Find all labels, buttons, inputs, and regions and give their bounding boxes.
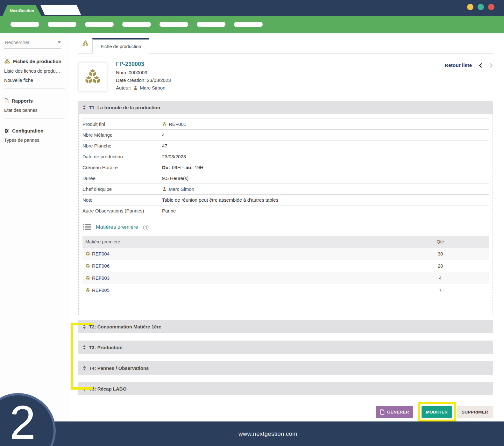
- window-dot: [488, 4, 494, 10]
- field-value-text: Panne: [162, 208, 176, 213]
- chevron-right-icon[interactable]: [489, 63, 493, 68]
- materials-title-link[interactable]: Matières première: [96, 224, 138, 230]
- main-nav: [0, 16, 504, 33]
- material-link[interactable]: REF003: [82, 275, 392, 281]
- field-value[interactable]: REF001: [162, 121, 186, 127]
- field-row: Date de production23/03/2023: [82, 151, 489, 162]
- section-title: T4: Pannes / Observations: [89, 365, 149, 371]
- material-link[interactable]: REF004: [82, 251, 392, 256]
- sidebar-section-header[interactable]: Fiches de production: [4, 58, 69, 64]
- sidebar-item[interactable]: Liste des fiches de produ…: [4, 68, 63, 74]
- tab-fiche-de-production[interactable]: Fiche de production: [92, 38, 149, 54]
- generate-button[interactable]: GÉNÉRER: [376, 406, 413, 418]
- footer-url: www.nextgestion.com: [238, 430, 297, 437]
- field-value: Table de réunion peut être assemblée à d…: [162, 197, 278, 203]
- window-dot: [467, 4, 473, 10]
- field-label: Produit fini: [82, 121, 162, 127]
- field-value[interactable]: Marc Simon: [162, 186, 194, 192]
- field-row: Nbre Planche47: [82, 140, 489, 151]
- field-label: Nbre Planche: [82, 143, 162, 148]
- material-ref: REF004: [92, 251, 110, 256]
- logo-accent: [40, 5, 82, 15]
- chevron-left-icon[interactable]: [479, 63, 482, 68]
- section-header-collapsed[interactable]: T5: Récap LABO: [78, 382, 493, 395]
- modify-button[interactable]: MODIFIER: [422, 406, 452, 418]
- collapsed-sections: T2: Consommation Matière 1èreT3: Product…: [78, 320, 493, 395]
- doc-icon: [4, 98, 9, 104]
- sidebar-item[interactable]: Types de pannes: [4, 138, 63, 143]
- field-value: Panne: [162, 208, 176, 213]
- field-row: Durée9.5 Heure(s): [82, 173, 489, 184]
- section-header-collapsed[interactable]: T3: Production: [78, 341, 493, 354]
- nav-item-placeholder[interactable]: [11, 22, 39, 27]
- section-header-collapsed[interactable]: T4: Pannes / Observations: [78, 361, 493, 375]
- app-logo[interactable]: NextGestion: [3, 5, 41, 16]
- actions-row: GÉNÉRER MODIFIER SUPPRIMER: [78, 402, 493, 422]
- sidebar-section-header[interactable]: Rapports: [4, 98, 69, 104]
- field-value: 9.5 Heure(s): [162, 176, 188, 181]
- sidebar-item[interactable]: Nouvelle fiche: [4, 78, 63, 83]
- field-value-text: 4: [162, 132, 165, 138]
- cube-icon: [85, 251, 90, 256]
- nav-item-placeholder[interactable]: [48, 22, 76, 27]
- field-value-text: 23/03/2023: [162, 154, 186, 159]
- sidebar-section-label: Configuration: [12, 128, 43, 133]
- nav-item-placeholder[interactable]: [234, 22, 263, 27]
- materials-header: Matières première (4): [82, 223, 489, 231]
- spacer: [82, 296, 489, 315]
- cube-icon: [85, 276, 90, 280]
- section-title: T1: La formule de la production: [89, 105, 160, 110]
- material-ref: REF006: [92, 263, 110, 269]
- col-header-qte: Qté: [392, 239, 489, 244]
- section-title: T5: Récap LABO: [89, 386, 126, 392]
- material-ref: REF003: [92, 275, 110, 281]
- nav-item-placeholder[interactable]: [122, 22, 151, 27]
- author-label: Auteur:: [116, 85, 131, 90]
- tab-label: Fiche de production: [101, 44, 141, 49]
- col-header-matiere: Matière première: [82, 239, 392, 244]
- field-row: Produit finiREF001: [82, 119, 489, 130]
- materials-count: (4): [143, 224, 149, 230]
- highlight-box: MODIFIER: [418, 402, 456, 422]
- annotation-bracket: [71, 323, 93, 390]
- sidebar-section: ConfigurationTypes de pannes: [4, 128, 69, 143]
- sidebar-item[interactable]: État des pannes: [4, 108, 63, 113]
- field-value-text: Marc Simon: [169, 186, 194, 192]
- tab-strip: Fiche de production: [78, 33, 493, 54]
- section-header-t1[interactable]: T1: La formule de la production: [78, 101, 493, 114]
- field-value: 4: [162, 132, 165, 138]
- cube-icon: [85, 288, 90, 292]
- field-label: Date de production: [82, 154, 162, 159]
- field-label: Durée: [82, 176, 162, 181]
- material-link[interactable]: REF006: [82, 263, 392, 269]
- record-pagination: Retour liste: [445, 62, 493, 91]
- page-title: FP-230003: [116, 61, 171, 68]
- record-created: Date création: 23/03/2023: [116, 77, 171, 83]
- nav-menu: [11, 22, 263, 27]
- main-content: Fiche de production FP-230003 Num: 00000…: [65, 33, 504, 421]
- material-qty: 28: [392, 263, 489, 269]
- field-value-text: 9.5 Heure(s): [162, 176, 188, 181]
- table-row: REF00430: [82, 248, 489, 260]
- footer: www.nextgestion.com: [0, 421, 504, 446]
- window-dot: [478, 4, 484, 10]
- delete-button[interactable]: SUPPRIMER: [457, 406, 493, 418]
- sidebar-section: Fiches de productionListe des fiches de …: [4, 58, 69, 83]
- table-row: REF0034: [82, 272, 489, 284]
- record-num: Num: 0000003: [116, 70, 171, 75]
- material-qty: 7: [392, 287, 489, 293]
- search-select[interactable]: Rechercher: [4, 37, 61, 49]
- nav-item-placeholder[interactable]: [197, 22, 225, 27]
- list-icon: [83, 224, 91, 230]
- material-link[interactable]: REF005: [82, 287, 392, 293]
- nav-item-placeholder[interactable]: [85, 22, 114, 27]
- field-row: Nbre Mélange4: [82, 130, 489, 140]
- back-to-list-link[interactable]: Retour liste: [445, 62, 472, 68]
- record-header: FP-230003 Num: 0000003 Date création: 23…: [78, 62, 493, 91]
- field-value-part: 19H: [195, 165, 203, 170]
- author-link[interactable]: Marc Simon: [140, 85, 165, 90]
- sidebar-section-header[interactable]: Configuration: [4, 128, 69, 133]
- field-value-part: Du:: [162, 165, 170, 170]
- section-header-collapsed[interactable]: T2: Consommation Matière 1ère: [78, 320, 493, 333]
- nav-item-placeholder[interactable]: [160, 22, 188, 27]
